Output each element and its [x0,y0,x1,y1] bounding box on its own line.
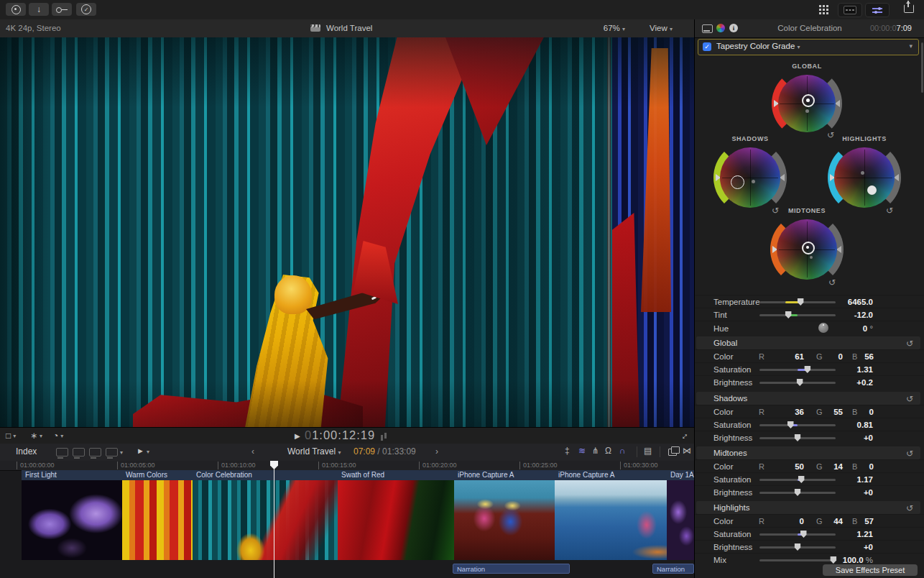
import-media-button[interactable] [6,3,26,16]
highlights-r-value[interactable]: 0 [800,517,804,526]
reset-icon[interactable]: ↺ [828,277,836,288]
zoom-level-menu[interactable]: 67% ▾ [604,24,625,32]
download-button[interactable]: ↓ [29,3,49,16]
shadows-g-value[interactable]: 55 [833,408,843,416]
tools-menu[interactable]: ► ▾ [137,446,149,455]
background-tasks-button[interactable]: ✓ [76,3,96,16]
timeline-clip[interactable]: iPhone Capture A [454,470,555,560]
show-inspector-button[interactable] [865,3,890,17]
timeline-project-menu[interactable]: World Travel ▾ [287,446,341,457]
clip-appearance-button[interactable]: ▤ [644,446,652,456]
mix-value[interactable]: 100.0 % [843,556,873,564]
viewer-timecode[interactable]: 01:00:12:19 [305,428,375,442]
wheel-puck[interactable] [867,185,877,195]
insert-edit-icon[interactable] [73,448,85,457]
inspector-scrollbar[interactable] [921,42,923,93]
highlights-brightness-value[interactable]: +0 [864,543,873,551]
reset-icon[interactable]: ↺ [906,339,913,349]
midtones-saturation-slider[interactable] [759,479,836,481]
reset-icon[interactable]: ↺ [906,449,913,459]
trim-overview-icon[interactable]: ⋈ [683,446,691,456]
global-g-value[interactable]: 0 [838,352,843,361]
global-r-value[interactable]: 61 [795,352,804,361]
fullscreen-icon[interactable]: ↔ [677,428,691,443]
audio-clip[interactable]: Narration [652,564,694,574]
skimming-toggle[interactable]: ‡ [565,446,570,456]
reset-icon[interactable]: ↺ [886,206,893,216]
color-wheel-midtones[interactable]: ↺ [777,219,837,280]
solo-toggle[interactable]: ⋔ [592,446,599,456]
global-b-value[interactable]: 56 [864,352,874,361]
hue-value[interactable]: 0 ° [863,324,873,333]
previous-project-button[interactable]: ‹ [251,446,254,457]
next-project-button[interactable]: › [435,446,438,457]
duplicate-icon[interactable] [668,449,677,456]
midtones-brightness-value[interactable]: +0 [864,488,873,497]
timeline-clip[interactable]: Color Celebration [193,470,338,560]
overwrite-edit-icon[interactable] [106,448,118,457]
effect-row-tapestry-color-grade[interactable]: ✓ Tapestry Color Grade ▾ ▾ [698,39,919,55]
share-button[interactable] [904,1,914,13]
connect-edit-icon[interactable] [56,448,68,457]
shadows-saturation-value[interactable]: 0.81 [857,421,873,429]
tint-value[interactable]: -12.0 [854,311,873,319]
global-brightness-slider[interactable] [759,382,836,384]
tint-slider[interactable] [759,314,836,316]
play-button[interactable]: ▶ [295,432,300,440]
global-brightness-value[interactable]: +0.2 [856,378,873,387]
video-canvas[interactable] [0,37,694,427]
midtones-brightness-slider[interactable] [759,492,836,494]
show-timeline-button[interactable] [838,3,862,17]
hue-dial[interactable] [818,323,828,333]
save-effects-preset-button[interactable]: Save Effects Preset [823,564,918,576]
enhancements-menu[interactable]: ∗▾ [30,431,42,441]
timeline-clip[interactable]: Day 1A [667,470,694,560]
temperature-slider[interactable] [759,301,836,303]
append-edit-icon[interactable] [89,448,101,457]
global-saturation-value[interactable]: 1.31 [857,365,873,374]
snapping-toggle[interactable]: ∩ [619,446,626,456]
edit-options-chevron[interactable]: ▾ [120,449,123,456]
reset-icon[interactable]: ↺ [827,130,834,140]
highlights-g-value[interactable]: 44 [833,517,843,526]
color-wheel-global[interactable]: ↺ [778,75,836,132]
shadows-r-value[interactable]: 36 [795,408,804,416]
timeline-clip[interactable]: iPhone Capture A [555,470,667,560]
reset-icon[interactable]: ↺ [906,394,913,404]
temperature-value[interactable]: 6465.0 [848,298,873,306]
audio-clip[interactable]: Narration [453,564,570,574]
wheel-puck[interactable] [731,175,744,189]
audio-skimming-toggle[interactable]: ≋ [578,446,586,456]
global-saturation-slider[interactable] [759,369,836,371]
timeline-ruler[interactable]: 01:00:00:00 01:00:05:00 01:00:10:00 01:0… [0,461,694,471]
retime-menu[interactable]: ◔▾ [53,431,63,441]
shadows-saturation-slider[interactable] [759,424,836,426]
show-browser-button[interactable] [819,5,828,14]
color-wheel-shadows[interactable]: ↺ [720,147,780,208]
effect-list-chevron[interactable]: ▾ [909,42,913,50]
highlights-saturation-value[interactable]: 1.21 [857,530,873,538]
shadows-brightness-value[interactable]: +0 [864,434,873,442]
timeline-clip[interactable]: First Light [22,470,123,560]
timeline-clip[interactable]: Swath of Red [338,470,455,560]
midtones-b-value[interactable]: 0 [869,462,874,471]
audio-meters-icon[interactable] [381,432,388,441]
midtones-g-value[interactable]: 14 [833,462,843,471]
color-wheel-highlights[interactable]: ↺ [834,147,895,208]
midtones-saturation-value[interactable]: 1.17 [857,475,873,484]
midtones-r-value[interactable]: 50 [795,462,804,471]
shadows-brightness-slider[interactable] [759,437,836,439]
audio-monitor-toggle[interactable]: Ω [605,446,611,456]
view-menu[interactable]: View ▾ [650,24,673,32]
crop-tool-menu[interactable]: □▾ [6,431,16,441]
mix-slider[interactable] [759,559,836,561]
highlights-b-value[interactable]: 57 [864,517,874,526]
shadows-b-value[interactable]: 0 [869,408,874,416]
effect-enable-checkbox[interactable]: ✓ [703,42,711,51]
index-button[interactable]: Index [16,446,37,457]
playhead-line[interactable] [274,461,274,578]
reset-icon[interactable]: ↺ [906,503,913,513]
highlights-saturation-slider[interactable] [759,533,836,536]
timeline-clip[interactable]: Warm Colors [122,470,193,560]
keywords-button[interactable] [52,3,72,16]
